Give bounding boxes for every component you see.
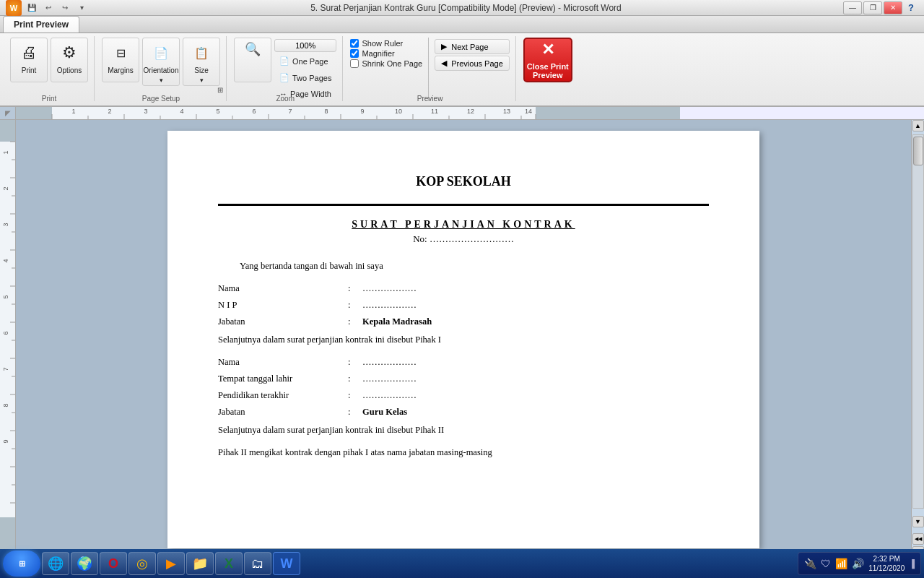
pihak1-nama-row: Nama : ……………… [218,283,709,294]
show-desktop-icon[interactable]: ▐ [909,559,915,568]
ribbon-group-close: ✕ Close PrintPreview [518,36,578,101]
svg-text:12: 12 [467,108,474,115]
taskbar-app-browser2[interactable]: 🌍 [71,552,98,575]
taskbar-app-excel[interactable]: X [215,552,243,575]
ribbon: 🖨 Print ⚙ Options Print ⊟ Margins 📄 Orie… [0,33,924,107]
preview-separator [428,38,429,101]
ribbon-group-preview: Show Ruler Magnifier Shrink One Page ▶ N… [344,36,515,101]
pihak2-ttl-label: Tempat tanggal lahir [218,374,348,384]
print-preview-tab[interactable]: Print Preview [3,16,79,33]
ribbon-group-page-setup: ⊟ Margins 📄 Orientation ▾ 📋 Size ▾ ⊞ Pag… [96,36,227,101]
minimize-button[interactable]: — [843,1,862,14]
ribbon-page-setup-content: ⊟ Margins 📄 Orientation ▾ 📋 Size ▾ [102,38,220,101]
close-print-preview-button[interactable]: ✕ Close PrintPreview [523,38,572,82]
svg-text:8: 8 [324,108,328,115]
page-up-button[interactable]: ◀◀ [912,533,924,545]
shrink-one-page-label: Shrink One Page [362,59,422,68]
tray-icon-2: 🛡 [821,558,831,569]
size-button[interactable]: 📋 Size ▾ [183,38,220,86]
system-tray: 🔌 🛡 📶 🔊 2:32 PM 11/12/2020 ▐ [798,552,921,575]
svg-rect-34 [0,517,16,553]
show-ruler-checkbox[interactable] [350,39,359,48]
pihak1-jabatan-row: Jabatan : Kepala Madrasah [218,316,709,327]
magnifier-checkbox[interactable] [350,49,359,58]
restore-button[interactable]: ❐ [863,1,882,14]
undo-qa-button[interactable]: ↩ [41,1,56,14]
taskbar-app-word[interactable]: W [273,552,300,575]
taskbar-app-file-mgr[interactable]: 🗂 [244,552,271,575]
page-setup-expand-icon[interactable]: ⊞ [217,86,223,94]
help-button[interactable]: ? [904,1,918,14]
window-close-button[interactable]: ✕ [884,1,902,14]
pihak2-ttl-row: Tempat tanggal lahir : ……………… [218,374,709,384]
customize-qa-button[interactable]: ▾ [74,1,89,14]
opera-icon: O [105,555,122,572]
tray-icon-3: 📶 [835,558,847,569]
svg-text:4: 4 [2,259,9,262]
svg-text:6: 6 [2,331,9,335]
ribbon-preview-content: Show Ruler Magnifier Shrink One Page ▶ N… [350,38,509,101]
document-area[interactable]: KOP SEKOLAH SURAT PERJANJIAN KONTRAK No:… [16,120,911,559]
ruler-corner-icon: ◤ [5,109,11,117]
orientation-button[interactable]: 📄 Orientation ▾ [142,38,180,86]
tabbar: Print Preview [0,16,924,33]
svg-rect-33 [0,142,16,517]
window-title: 5. Surat Perjanjian Kontrak Guru [Compat… [89,3,843,13]
start-icon: ⊞ [19,559,25,569]
tray-time-display: 2:32 PM [868,554,905,564]
close-print-preview-label: Close PrintPreview [527,62,569,79]
close-print-preview-icon: ✕ [541,40,554,59]
pihak1-jabatan-label: Jabatan [218,316,348,327]
taskbar-app-opera[interactable]: O [100,552,127,575]
zoom-section: 🔍 [234,38,271,82]
tray-icon-4: 🔊 [852,558,864,569]
titlebar: W 💾 ↩ ↪ ▾ 5. Surat Perjanjian Kontrak Gu… [0,0,924,16]
previous-page-button[interactable]: ◀ Previous Page [435,56,510,71]
zoom-percent-display[interactable]: 100% [274,39,336,52]
magnifier-label: Magnifier [362,49,394,58]
shrink-one-page-checkbox[interactable] [350,59,359,68]
pihak2-nama-value: ……………… [362,357,709,368]
zoom-button[interactable]: 🔍 [234,38,271,82]
tray-date-display: 11/12/2020 [868,564,905,573]
print-button[interactable]: 🖨 Print [10,38,48,82]
orientation-icon: 📄 [149,41,173,64]
one-page-button[interactable]: 📄 One Page [274,53,336,69]
pihak1-nama-value: ……………… [362,283,709,294]
scroll-down-button[interactable]: ▼ [912,516,924,527]
pihak1-fields: Nama : ……………… N I P : ……………… Jabatan : K… [218,283,709,327]
browser2-icon: 🌍 [76,555,93,572]
options-button[interactable]: ⚙ Options [51,38,88,82]
svg-text:8: 8 [2,403,9,407]
svg-text:6: 6 [252,108,256,115]
pihak1-nip-row: N I P : ……………… [218,300,709,311]
next-page-icon: ▶ [441,42,447,51]
svg-text:3: 3 [2,223,9,226]
taskbar-app-chrome[interactable]: ◎ [128,552,156,575]
taskbar-app-ie[interactable]: 🌐 [42,552,69,575]
scroll-up-button[interactable]: ▲ [912,120,924,131]
pihak1-nama-colon: : [348,283,362,294]
margins-icon: ⊟ [109,41,132,64]
pihak2-ttl-colon: : [348,374,362,384]
document-page: KOP SEKOLAH SURAT PERJANJIAN KONTRAK No:… [167,131,759,548]
pihak2-jabatan-colon: : [348,407,362,418]
svg-text:2: 2 [108,108,111,115]
two-pages-button[interactable]: 📄 Two Pages [274,70,336,85]
start-button[interactable]: ⊞ [3,551,40,577]
media-icon: ▶ [162,555,180,572]
redo-qa-button[interactable]: ↪ [58,1,72,14]
taskbar-app-media[interactable]: ▶ [157,552,185,575]
next-page-button[interactable]: ▶ Next Page [435,39,510,54]
pihak1-nip-colon: : [348,300,362,311]
margins-button[interactable]: ⊟ Margins [102,38,139,82]
svg-text:5: 5 [216,108,219,115]
pihak2-jabatan-label: Jabatan [218,407,348,418]
scrollbar-track[interactable] [912,134,924,509]
pihak2-pendidikan-colon: : [348,390,362,401]
scrollbar-thumb[interactable] [913,137,923,165]
taskbar-app-folder[interactable]: 📁 [186,552,214,575]
pihak2-nama-colon: : [348,357,362,368]
system-clock[interactable]: 2:32 PM 11/12/2020 [868,554,905,573]
save-qa-button[interactable]: 💾 [25,1,39,14]
